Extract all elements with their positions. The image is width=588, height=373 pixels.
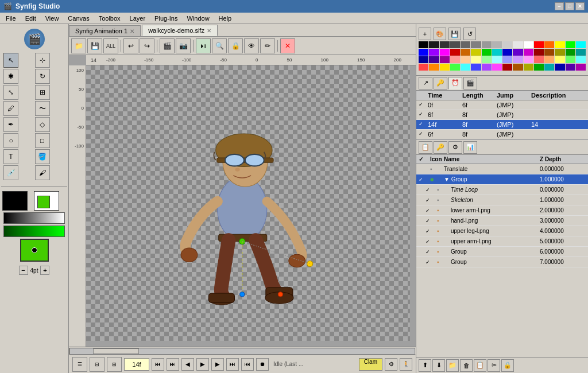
tb-render[interactable]: 🎬: [160, 38, 175, 53]
palette-color-13[interactable]: [555, 41, 564, 48]
layer-check-9[interactable]: ✓: [425, 259, 437, 265]
tb-eye[interactable]: 👁: [244, 38, 259, 53]
palette-color-17[interactable]: [429, 49, 439, 56]
palette-edit-btn[interactable]: 🎨: [434, 28, 446, 40]
to-start-btn[interactable]: ⏮: [152, 358, 164, 371]
record-btn[interactable]: ⏺: [256, 358, 269, 371]
tb-snapshot[interactable]: 📷: [176, 38, 191, 53]
palette-color-11[interactable]: [534, 41, 544, 48]
palette-color-9[interactable]: [513, 41, 523, 48]
tb-stop[interactable]: ✕: [280, 38, 295, 53]
palette-color-54[interactable]: [482, 64, 492, 71]
zoom-in-btn[interactable]: ⊞: [107, 357, 122, 372]
palette-color-14[interactable]: [566, 41, 575, 48]
palette-color-57[interactable]: [513, 64, 523, 71]
size-increase[interactable]: +: [40, 266, 49, 275]
menu-view[interactable]: View: [41, 14, 64, 23]
foreground-color[interactable]: [2, 191, 28, 211]
palette-color-27[interactable]: [534, 49, 544, 56]
palette-color-47[interactable]: [576, 56, 586, 63]
tb-onion[interactable]: 🔍: [212, 38, 227, 53]
palette-color-60[interactable]: [544, 64, 554, 71]
keyframe-row-3[interactable]: ✓ 6f 8f (JMP): [416, 130, 588, 139]
layer-check-6[interactable]: ✓: [425, 228, 437, 234]
layer-check-8[interactable]: ✓: [425, 249, 437, 255]
palette-color-34[interactable]: [440, 56, 450, 63]
tb-lock[interactable]: 🔒: [228, 38, 243, 53]
tb-anim-mode[interactable]: ⏯: [196, 38, 211, 53]
layer-cut-btn[interactable]: ✂: [488, 359, 500, 372]
tool-paint[interactable]: 🖌: [35, 165, 50, 180]
palette-color-7[interactable]: [492, 41, 502, 48]
palette-color-59[interactable]: [534, 64, 544, 71]
palette-color-8[interactable]: [502, 41, 512, 48]
layer-row-5[interactable]: ✓ ▪ hand-l.png 3.000000: [416, 216, 588, 226]
menu-toolbox[interactable]: Toolbox: [94, 14, 125, 23]
prev-keyframe-btn[interactable]: ⏭: [167, 358, 179, 371]
tool-node[interactable]: ◇: [35, 117, 50, 132]
palette-color-43[interactable]: [534, 56, 544, 63]
palette-color-50[interactable]: [440, 64, 450, 71]
palette-color-15[interactable]: [576, 41, 586, 48]
palette-color-51[interactable]: [450, 64, 460, 71]
palette-color-28[interactable]: [544, 49, 554, 56]
layer-lock-btn[interactable]: 🔒: [501, 359, 514, 372]
menu-plugins[interactable]: Plug-Ins: [150, 14, 182, 23]
tab-close-1[interactable]: ✕: [130, 28, 134, 34]
palette-color-24[interactable]: [502, 49, 512, 56]
layer-check-7[interactable]: ✓: [425, 239, 437, 244]
palette-reset-btn[interactable]: ↺: [463, 28, 476, 40]
palette-color-36[interactable]: [461, 56, 470, 63]
palette-color-18[interactable]: [440, 49, 450, 56]
palette-color-35[interactable]: [450, 56, 460, 63]
menu-edit[interactable]: Edit: [21, 14, 41, 23]
palette-color-2[interactable]: [440, 41, 450, 48]
tool-feather[interactable]: 🖊: [3, 101, 18, 116]
current-frame-input[interactable]: [124, 358, 149, 371]
palette-color-37[interactable]: [471, 56, 481, 63]
palette-color-6[interactable]: [482, 41, 492, 48]
palette-color-42[interactable]: [524, 56, 533, 63]
palette-color-31[interactable]: [576, 49, 586, 56]
layer-row-2[interactable]: ✓ ▪ Time Loop 0.000000: [416, 185, 588, 195]
tb-draw[interactable]: ✏: [260, 38, 275, 53]
kf-check-2[interactable]: ✓: [419, 121, 428, 128]
keyframe-row-1[interactable]: ✓ 6f 8f (JMP): [416, 110, 588, 120]
tab-synfig-animation[interactable]: Synfig Animation 1 ✕: [69, 25, 141, 36]
keyframe-tab-clock[interactable]: ⏰: [448, 77, 462, 90]
palette-color-21[interactable]: [471, 49, 481, 56]
menu-layer[interactable]: Layer: [125, 14, 150, 23]
layer-check-5[interactable]: ✓: [425, 218, 437, 224]
layer-check-1[interactable]: ✓: [419, 177, 430, 182]
layer-group-btn[interactable]: 📁: [446, 359, 459, 372]
tool-scale[interactable]: ⤡: [3, 85, 18, 100]
palette-add-btn[interactable]: +: [419, 28, 431, 40]
keyframe-row-2[interactable]: ✓ 14f 8f (JMP) 14: [416, 120, 588, 130]
palette-color-0[interactable]: [419, 41, 428, 48]
layer-row-8[interactable]: ✓ ▪ Group 6.000000: [416, 247, 588, 257]
palette-color-16[interactable]: [419, 49, 428, 56]
layer-check-2[interactable]: ✓: [425, 187, 437, 193]
palette-color-22[interactable]: [482, 49, 492, 56]
tool-curve[interactable]: 〜: [35, 101, 50, 116]
layer-row-4[interactable]: ✓ ▪ lower arm-l.png 2.000000: [416, 205, 588, 216]
palette-color-39[interactable]: [492, 56, 502, 63]
palette-color-63[interactable]: [576, 64, 586, 71]
palette-color-19[interactable]: [450, 49, 460, 56]
palette-color-45[interactable]: [555, 56, 564, 63]
palette-color-53[interactable]: [471, 64, 481, 71]
layer-copy-btn[interactable]: 📋: [474, 359, 486, 372]
tb-undo[interactable]: ↩: [123, 38, 138, 53]
palette-color-38[interactable]: [482, 56, 492, 63]
scroll-thumb-h[interactable]: [93, 348, 139, 354]
layer-row-1[interactable]: ✓ ■ ▼ Group 1.000000: [416, 174, 588, 185]
tb-open[interactable]: 📁: [71, 38, 86, 53]
keyframe-tab-arrows[interactable]: ↗: [419, 77, 432, 90]
palette-color-5[interactable]: [471, 41, 481, 48]
render-btn[interactable]: 🚶: [400, 358, 412, 371]
tb-redo[interactable]: ↪: [140, 38, 154, 53]
kf-check-0[interactable]: ✓: [419, 102, 428, 108]
prev-frame-btn[interactable]: ◀: [181, 358, 194, 371]
palette-color-49[interactable]: [429, 64, 439, 71]
layer-check-4[interactable]: ✓: [425, 208, 437, 213]
